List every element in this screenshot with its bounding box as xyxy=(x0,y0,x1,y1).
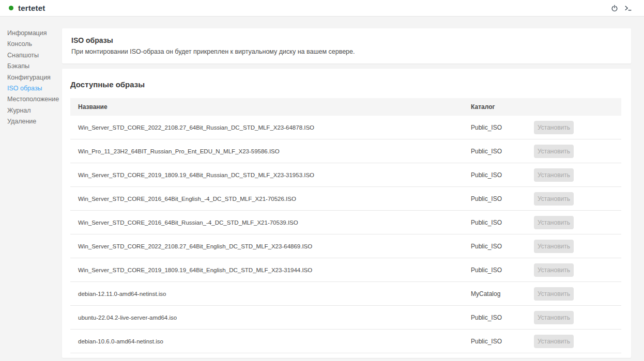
iso-name: Win_Server_STD_CORE_2016_64Bit_English_-… xyxy=(78,196,471,202)
iso-intro-card: ISO образы При монтировании ISO-образа о… xyxy=(62,28,631,64)
server-title: tertetet xyxy=(18,4,45,12)
install-button[interactable]: Установить xyxy=(534,240,574,253)
table-row: Win_Server_STD_CORE_2019_1809.19_64Bit_R… xyxy=(70,163,621,187)
table-row: Win_Server_STD_CORE_2019_1809.19_64Bit_E… xyxy=(70,258,621,282)
sidebar-item-iso-images[interactable]: ISO образы xyxy=(7,83,59,94)
column-header-catalog: Каталог xyxy=(471,103,534,111)
sidebar-item-snapshots[interactable]: Снапшоты xyxy=(7,50,59,61)
terminal-icon[interactable] xyxy=(621,3,635,14)
sidebar-item-information[interactable]: Информация xyxy=(7,28,59,39)
iso-catalog: Public_ISO xyxy=(471,243,534,250)
column-header-name: Название xyxy=(78,103,471,111)
sidebar-item-deletion[interactable]: Удаление xyxy=(7,116,59,127)
available-images-card: Доступные образы Название Каталог Win_Se… xyxy=(62,69,631,358)
iso-catalog: Public_ISO xyxy=(471,219,534,226)
iso-catalog: Public_ISO xyxy=(471,338,534,345)
sidebar-item-log[interactable]: Журнал xyxy=(7,105,59,116)
sidebar: Информация Консоль Снапшоты Бэкапы Конфи… xyxy=(0,17,62,128)
table-row: debian-12.11.0-amd64-netinst.iso MyCatal… xyxy=(70,282,621,306)
table-row: Win_Server_STD_CORE_2022_2108.27_64Bit_E… xyxy=(70,234,621,258)
install-button[interactable]: Установить xyxy=(534,121,574,134)
table-header-row: Название Каталог xyxy=(70,98,621,116)
main-content: ISO образы При монтировании ISO-образа о… xyxy=(62,17,644,358)
iso-catalog: MyCatalog xyxy=(471,290,534,297)
page-description: При монтировании ISO-образа он будет при… xyxy=(71,48,622,55)
iso-catalog: Public_ISO xyxy=(471,171,534,179)
table-row: debian-10.6.0-amd64-netinst.iso Public_I… xyxy=(70,329,621,353)
install-button[interactable]: Установить xyxy=(534,145,574,158)
iso-catalog: Public_ISO xyxy=(471,124,534,131)
install-button[interactable]: Установить xyxy=(534,168,574,182)
sidebar-item-configuration[interactable]: Конфигурация xyxy=(7,72,59,83)
iso-catalog: Public_ISO xyxy=(471,266,534,274)
topbar: tertetet xyxy=(0,0,644,17)
iso-name: Win_Server_STD_CORE_2022_2108.27_64Bit_E… xyxy=(78,243,471,249)
table-row: Win_Pro_11_23H2_64BIT_Russian_Pro_Ent_ED… xyxy=(70,139,621,163)
iso-catalog: Public_ISO xyxy=(471,195,534,202)
iso-name: Win_Server_STD_CORE_2019_1809.19_64Bit_R… xyxy=(78,172,471,178)
table-row: Win_Server_STD_CORE_2016_64Bit_English_-… xyxy=(70,187,621,211)
server-status-dot xyxy=(9,6,13,10)
install-button[interactable]: Установить xyxy=(534,335,574,348)
install-button[interactable]: Установить xyxy=(534,216,574,229)
power-icon[interactable] xyxy=(608,3,621,14)
install-button[interactable]: Установить xyxy=(534,311,574,324)
sidebar-item-location[interactable]: Местоположение xyxy=(7,94,59,105)
sidebar-item-console[interactable]: Консоль xyxy=(7,39,59,50)
iso-table: Название Каталог Win_Server_STD_CORE_202… xyxy=(70,98,621,353)
table-row: Win_Server_STD_CORE_2016_64Bit_Russian_-… xyxy=(70,211,621,234)
iso-name: debian-12.11.0-amd64-netinst.iso xyxy=(78,291,471,297)
iso-name: Win_Server_STD_CORE_2022_2108.27_64Bit_R… xyxy=(78,124,471,131)
iso-catalog: Public_ISO xyxy=(471,148,534,155)
iso-name: Win_Server_STD_CORE_2016_64Bit_Russian_-… xyxy=(78,219,471,226)
iso-name: Win_Pro_11_23H2_64BIT_Russian_Pro_Ent_ED… xyxy=(78,148,471,154)
iso-catalog: Public_ISO xyxy=(471,314,534,321)
table-row: ubuntu-22.04.2-live-server-amd64.iso Pub… xyxy=(70,306,621,329)
iso-name: Win_Server_STD_CORE_2019_1809.19_64Bit_E… xyxy=(78,267,471,273)
page-title: ISO образы xyxy=(71,36,622,44)
install-button[interactable]: Установить xyxy=(534,192,574,206)
install-button[interactable]: Установить xyxy=(534,263,574,277)
install-button[interactable]: Установить xyxy=(534,287,574,301)
table-row: Win_Server_STD_CORE_2022_2108.27_64Bit_R… xyxy=(70,116,621,139)
page-body: Информация Консоль Снапшоты Бэкапы Конфи… xyxy=(0,17,644,358)
available-images-title: Доступные образы xyxy=(70,76,623,98)
iso-name: debian-10.6.0-amd64-netinst.iso xyxy=(78,338,471,344)
sidebar-item-backups[interactable]: Бэкапы xyxy=(7,61,59,72)
iso-name: ubuntu-22.04.2-live-server-amd64.iso xyxy=(78,315,471,321)
